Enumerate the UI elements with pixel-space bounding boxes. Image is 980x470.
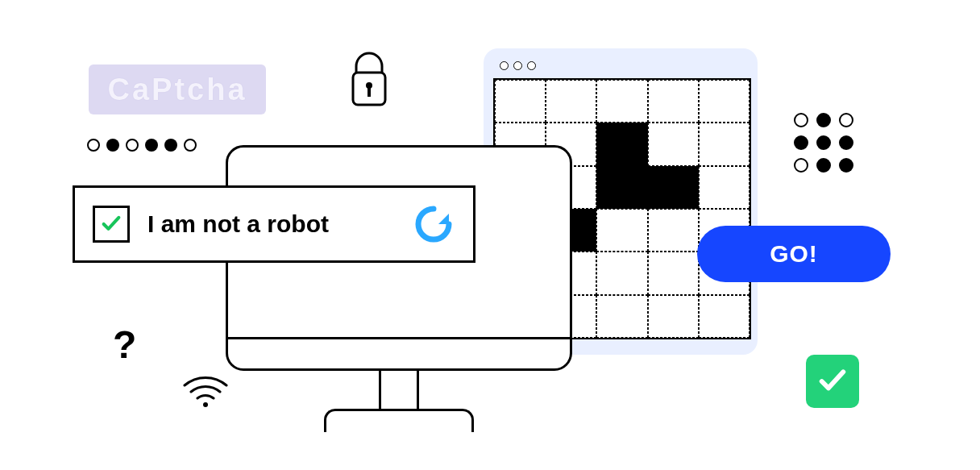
monitor-taskbar [228,337,570,368]
success-check-badge [806,355,859,408]
picker-cell[interactable] [546,80,596,123]
refresh-icon[interactable] [412,202,455,246]
picker-cell[interactable] [699,123,750,165]
dot-icon [794,135,808,150]
svg-rect-2 [368,87,371,97]
dot-icon [87,139,100,152]
window-dot-icon [500,61,509,70]
svg-point-3 [203,402,208,407]
dot-icon [106,139,119,152]
picker-cell[interactable] [699,166,750,209]
picker-cell[interactable] [596,295,647,338]
monitor-neck [379,371,419,411]
picker-cell[interactable] [596,209,647,252]
not-a-robot-label: I am not a robot [147,210,394,238]
dot-icon [184,139,197,152]
dot-icon [816,158,831,173]
picker-cell[interactable] [495,80,546,123]
picker-cell[interactable] [648,209,699,252]
dot-icon [839,158,853,173]
not-a-robot-panel: I am not a robot [73,185,475,263]
picker-cell[interactable] [699,295,750,338]
wifi-icon [181,371,230,408]
dot-icon [126,139,139,152]
picker-cell[interactable] [648,252,699,294]
window-dot-icon [527,61,536,70]
picker-cell[interactable] [648,80,699,123]
check-icon [100,213,122,235]
window-controls [500,61,748,70]
window-dot-icon [513,61,522,70]
dot-icon [794,158,808,173]
question-mark-icon: ? [113,322,136,367]
picker-cell[interactable] [596,123,647,165]
captcha-tag: CaPtcha [89,64,266,114]
dot-icon [816,135,831,150]
dot-icon [816,113,831,127]
dot-icon [839,135,853,150]
go-button-label: GO! [770,240,818,268]
lock-icon [347,48,392,110]
picker-cell[interactable] [648,166,699,209]
picker-cell[interactable] [596,80,647,123]
picker-cell[interactable] [699,80,750,123]
not-a-robot-checkbox[interactable] [93,206,130,243]
dot-row [87,139,197,152]
dot-grid [794,113,853,173]
picker-cell[interactable] [596,252,647,294]
monitor-foot [324,409,474,432]
illustration-canvas: CaPtcha [8,8,972,462]
picker-cell[interactable] [596,166,647,209]
dot-icon [794,113,808,127]
dot-icon [145,139,158,152]
captcha-text: CaPtcha [107,73,247,107]
picker-cell[interactable] [648,295,699,338]
dot-icon [164,139,177,152]
check-icon [816,365,849,397]
go-button[interactable]: GO! [697,226,891,282]
dot-icon [839,113,853,127]
picker-cell[interactable] [648,123,699,165]
